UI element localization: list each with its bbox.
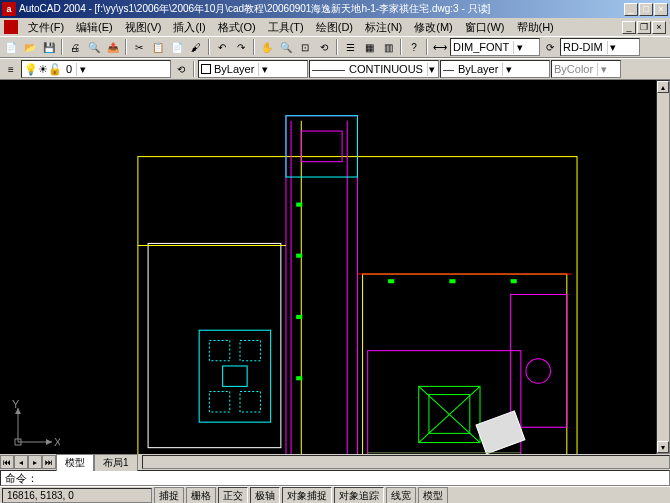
- menu-help[interactable]: 帮助(H): [511, 18, 560, 37]
- vertical-scrollbar[interactable]: ▴ ▾: [656, 80, 670, 454]
- otrack-button[interactable]: 对象追踪: [334, 487, 384, 504]
- horizontal-scrollbar[interactable]: [142, 455, 670, 469]
- svg-rect-5: [240, 340, 260, 360]
- titlebar: a AutoCAD 2004 - [f:\yy\ys1\2006年\2006年1…: [0, 0, 670, 18]
- color-value: ByLayer: [214, 63, 254, 75]
- maximize-button[interactable]: □: [639, 3, 653, 16]
- redo-icon[interactable]: ↷: [232, 38, 250, 56]
- undo-icon[interactable]: ↶: [213, 38, 231, 56]
- help-icon[interactable]: ?: [405, 38, 423, 56]
- copy-icon[interactable]: 📋: [149, 38, 167, 56]
- menu-tools[interactable]: 工具(T): [262, 18, 310, 37]
- save-icon[interactable]: 💾: [40, 38, 58, 56]
- plotstyle-value: ByColor: [554, 63, 593, 75]
- model-button[interactable]: 模型: [418, 487, 448, 504]
- coords-display[interactable]: 16816, 5183, 0: [2, 488, 152, 503]
- chevron-down-icon[interactable]: ▾: [597, 63, 609, 76]
- menu-window[interactable]: 窗口(W): [459, 18, 511, 37]
- dim-icon[interactable]: ⟷: [431, 38, 449, 56]
- pan-icon[interactable]: ✋: [258, 38, 276, 56]
- properties-icon[interactable]: ☰: [341, 38, 359, 56]
- menu-modify[interactable]: 修改(M): [408, 18, 459, 37]
- ortho-button[interactable]: 正交: [218, 487, 248, 504]
- scroll-up-icon[interactable]: ▴: [657, 81, 669, 93]
- menu-view[interactable]: 视图(V): [119, 18, 168, 37]
- toolpalette-icon[interactable]: ▥: [379, 38, 397, 56]
- mdi-close-button[interactable]: ×: [652, 21, 666, 34]
- open-icon[interactable]: 📂: [21, 38, 39, 56]
- tab-layout1[interactable]: 布局1: [94, 454, 138, 471]
- print-icon[interactable]: 🖨: [66, 38, 84, 56]
- tab-model[interactable]: 模型: [56, 454, 94, 471]
- svg-rect-31: [296, 315, 302, 319]
- dimstyle2-dropdown[interactable]: RD-DIM ▾: [560, 38, 640, 56]
- dimstyle-dropdown[interactable]: DIM_FONT ▾: [450, 38, 540, 56]
- svg-rect-6: [209, 391, 229, 411]
- svg-rect-8: [223, 366, 248, 386]
- publish-icon[interactable]: 📤: [104, 38, 122, 56]
- plotstyle-dropdown[interactable]: ByColor ▾: [551, 60, 621, 78]
- mdi-restore-button[interactable]: ❐: [637, 21, 651, 34]
- svg-rect-32: [296, 376, 302, 380]
- tab-last-icon[interactable]: ⏭: [42, 455, 56, 469]
- dim-update-icon[interactable]: ⟳: [541, 38, 559, 56]
- grid-button[interactable]: 栅格: [186, 487, 216, 504]
- menu-file[interactable]: 文件(F): [22, 18, 70, 37]
- menu-format[interactable]: 格式(O): [212, 18, 262, 37]
- zoom-rt-icon[interactable]: 🔍: [277, 38, 295, 56]
- designcenter-icon[interactable]: ▦: [360, 38, 378, 56]
- chevron-down-icon[interactable]: ▾: [427, 63, 436, 76]
- polar-button[interactable]: 极轴: [250, 487, 280, 504]
- svg-rect-29: [296, 203, 302, 207]
- match-icon[interactable]: 🖌: [187, 38, 205, 56]
- mdi-minimize-button[interactable]: _: [622, 21, 636, 34]
- color-swatch: [201, 64, 211, 74]
- menu-draw[interactable]: 绘图(D): [310, 18, 359, 37]
- paste-icon[interactable]: 📄: [168, 38, 186, 56]
- svg-point-19: [526, 359, 551, 384]
- chevron-down-icon[interactable]: ▾: [258, 63, 270, 76]
- tab-next-icon[interactable]: ▸: [28, 455, 42, 469]
- drawing-canvas[interactable]: X Y ▴ ▾ ⏮ ◂ ▸ ⏭ 模型 布局1: [0, 80, 670, 470]
- layer-manager-icon[interactable]: ≡: [2, 60, 20, 78]
- lwt-button[interactable]: 线宽: [386, 487, 416, 504]
- command-line[interactable]: 命令：: [0, 470, 670, 486]
- snap-button[interactable]: 捕捉: [154, 487, 184, 504]
- osnap-button[interactable]: 对象捕捉: [282, 487, 332, 504]
- cut-icon[interactable]: ✂: [130, 38, 148, 56]
- properties-toolbar: ≡ 💡 ☀ 🔓 0 ▾ ⟲ ByLayer ▾ ——— CONTINUOUS ▾…: [0, 58, 670, 80]
- lightbulb-icon: 💡: [24, 63, 38, 76]
- statusbar: 16816, 5183, 0 捕捉 栅格 正交 极轴 对象捕捉 对象追踪 线宽 …: [0, 486, 670, 503]
- window-title: AutoCAD 2004 - [f:\yy\ys1\2006年\2006年10月…: [19, 2, 624, 16]
- layer-prev-icon[interactable]: ⟲: [172, 60, 190, 78]
- preview-icon[interactable]: 🔍: [85, 38, 103, 56]
- ucs-icon: X Y: [10, 400, 60, 450]
- lineweight-dropdown[interactable]: — ByLayer ▾: [440, 60, 550, 78]
- linetype-dropdown[interactable]: ——— CONTINUOUS ▾: [309, 60, 439, 78]
- chevron-down-icon[interactable]: ▾: [76, 63, 88, 76]
- menu-insert[interactable]: 插入(I): [167, 18, 211, 37]
- svg-rect-2: [148, 243, 281, 447]
- chevron-down-icon[interactable]: ▾: [513, 41, 525, 54]
- tab-prev-icon[interactable]: ◂: [14, 455, 28, 469]
- color-dropdown[interactable]: ByLayer ▾: [198, 60, 308, 78]
- scroll-down-icon[interactable]: ▾: [657, 441, 669, 453]
- menu-dimension[interactable]: 标注(N): [359, 18, 408, 37]
- minimize-button[interactable]: _: [624, 3, 638, 16]
- chevron-down-icon[interactable]: ▾: [607, 41, 619, 54]
- linetype-value: CONTINUOUS: [349, 63, 423, 75]
- mdi-icon: [4, 20, 18, 34]
- close-button[interactable]: ×: [654, 3, 668, 16]
- layer-dropdown[interactable]: 💡 ☀ 🔓 0 ▾: [21, 60, 171, 78]
- svg-rect-4: [209, 340, 229, 360]
- menu-edit[interactable]: 编辑(E): [70, 18, 119, 37]
- zoom-window-icon[interactable]: ⊡: [296, 38, 314, 56]
- new-icon[interactable]: 📄: [2, 38, 20, 56]
- tab-row: ⏮ ◂ ▸ ⏭ 模型 布局1: [0, 454, 670, 470]
- chevron-down-icon[interactable]: ▾: [502, 63, 514, 76]
- zoom-prev-icon[interactable]: ⟲: [315, 38, 333, 56]
- cad-drawing: [0, 80, 670, 462]
- standard-toolbar: 📄 📂 💾 🖨 🔍 📤 ✂ 📋 📄 🖌 ↶ ↷ ✋ 🔍 ⊡ ⟲ ☰ ▦ ▥ ? …: [0, 36, 670, 58]
- sun-icon: ☀: [38, 63, 48, 76]
- tab-first-icon[interactable]: ⏮: [0, 455, 14, 469]
